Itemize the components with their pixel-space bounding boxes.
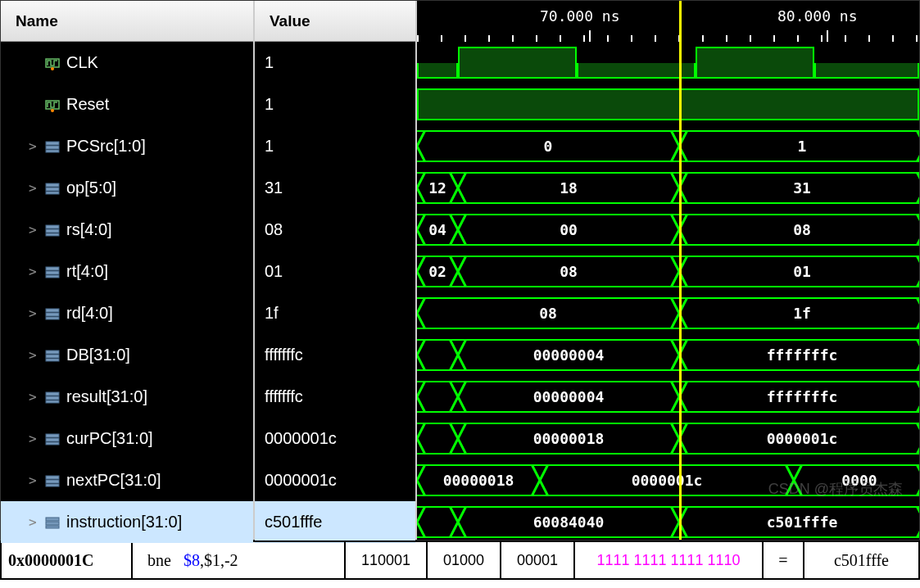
expand-icon[interactable]: > — [29, 305, 39, 321]
svg-rect-27 — [46, 442, 59, 445]
svg-rect-30 — [46, 484, 59, 486]
expand-icon[interactable]: > — [29, 264, 39, 279]
bus-segment: fffffffc — [679, 381, 919, 413]
signal-value-row[interactable]: 1f — [255, 292, 415, 334]
svg-rect-5 — [46, 146, 59, 149]
waveform-row[interactable]: 0 1 — [417, 125, 919, 167]
waveform-row[interactable]: 60084040 c501fffe — [417, 501, 919, 540]
expand-icon[interactable]: > — [29, 347, 39, 363]
value-header[interactable]: Value — [255, 1, 415, 42]
signal-value-row[interactable]: 31 — [255, 167, 415, 209]
signal-value-row[interactable]: 0000001c — [255, 418, 415, 459]
waveform-row[interactable]: 00000004 fffffffc — [417, 376, 919, 418]
time-marker-1: 70.000 ns — [540, 7, 620, 25]
svg-rect-9 — [46, 192, 59, 194]
name-header[interactable]: Name — [1, 1, 253, 42]
signal-name-row[interactable]: >PCSrc[1:0] — [1, 125, 253, 167]
bus-segment — [417, 339, 458, 371]
bus-segment: 0 — [417, 130, 679, 162]
bus-value: fffffffc — [767, 388, 838, 405]
instr-assembly: bne $8,$1,-2 — [133, 542, 346, 578]
expand-icon[interactable]: > — [29, 431, 39, 446]
bus-icon — [45, 473, 60, 488]
waveform-row[interactable]: 12 18 31 — [417, 167, 919, 209]
timescale-ruler[interactable]: 70.000 ns 80.000 ns — [417, 1, 919, 42]
bus-segment: 00 — [458, 214, 679, 246]
svg-rect-23 — [46, 396, 59, 400]
expand-icon[interactable]: > — [29, 180, 39, 196]
signal-name-row[interactable]: CLK — [1, 42, 253, 84]
svg-rect-8 — [46, 188, 59, 191]
bus-segment: 18 — [458, 172, 679, 204]
bus-value: 00000018 — [443, 472, 514, 489]
signal-name-row[interactable]: >nextPC[31:0] — [1, 459, 253, 501]
waveform-panel[interactable]: 70.000 ns 80.000 ns 0 1 — [417, 1, 919, 540]
signal-name-row[interactable]: >DB[31:0] — [1, 334, 253, 376]
signal-value-row[interactable]: fffffffc — [255, 376, 415, 418]
signal-name-row[interactable]: >curPC[31:0] — [1, 418, 253, 459]
svg-rect-32 — [46, 522, 59, 525]
bus-value: 08 — [793, 221, 811, 238]
signal-value-label: 1f — [265, 304, 279, 323]
bus-value: 60084040 — [533, 513, 605, 531]
bus-icon — [45, 181, 60, 196]
bus-icon — [45, 515, 60, 530]
signal-name-row[interactable]: >instruction[31:0] — [1, 501, 253, 543]
signal-value-row[interactable]: 01 — [255, 251, 415, 292]
bus-segment: 1 — [679, 130, 919, 162]
signal-value-row[interactable]: fffffffc — [255, 334, 415, 376]
expand-icon[interactable]: > — [29, 138, 39, 154]
expand-icon[interactable]: > — [29, 514, 39, 530]
bus-segment: 08 — [679, 214, 919, 246]
field-immediate: 1111 1111 1111 1110 — [575, 542, 764, 578]
bus-icon — [45, 139, 60, 154]
bus-value: 02 — [428, 263, 446, 280]
signal-name-row[interactable]: Reset — [1, 84, 253, 125]
signal-value-label: c501fffe — [265, 513, 322, 531]
waveform-row[interactable] — [417, 42, 919, 84]
signal-value-row[interactable]: 1 — [255, 42, 415, 84]
signal-name-row[interactable]: >rd[4:0] — [1, 292, 253, 334]
waveform-row[interactable] — [417, 84, 919, 125]
bus-value: 18 — [560, 179, 578, 197]
signal-value-row[interactable]: 1 — [255, 125, 415, 167]
waveform-row[interactable]: 04 00 08 — [417, 209, 919, 251]
expand-icon[interactable]: > — [29, 389, 39, 405]
signal-value-row[interactable]: 0000001c — [255, 459, 415, 501]
signal-value-row[interactable]: 1 — [255, 84, 415, 125]
signal-value-label: 0000001c — [265, 429, 337, 448]
expand-icon[interactable]: > — [29, 473, 39, 488]
waveform-row[interactable]: 00000018 0000001c — [417, 418, 919, 459]
signal-value-label: 0000001c — [265, 471, 337, 490]
svg-rect-20 — [46, 355, 59, 358]
bus-value: 08 — [560, 263, 578, 280]
svg-point-1 — [51, 67, 54, 70]
signal-name-label: curPC[31:0] — [66, 429, 153, 448]
svg-rect-10 — [46, 225, 59, 228]
signal-name-label: rd[4:0] — [66, 304, 113, 323]
time-cursor[interactable] — [679, 1, 682, 540]
waveform-row[interactable]: 08 1f — [417, 292, 919, 334]
bus-segment: 1f — [679, 297, 919, 329]
signal-name-label: PCSrc[1:0] — [66, 137, 146, 156]
signal-name-row[interactable]: >rs[4:0] — [1, 209, 253, 251]
bus-value: fffffffc — [767, 346, 838, 364]
bus-segment: 04 — [417, 214, 458, 246]
signal-value-row[interactable]: 08 — [255, 209, 415, 251]
signal-name-row[interactable]: >rt[4:0] — [1, 251, 253, 292]
bus-icon — [45, 348, 60, 363]
signal-value-row[interactable]: c501fffe — [255, 501, 415, 543]
waveform-row[interactable]: 00000004 fffffffc — [417, 334, 919, 376]
waveform-row[interactable]: 02 08 01 — [417, 251, 919, 292]
bus-icon — [45, 223, 60, 237]
bus-segment — [417, 423, 458, 455]
name-panel: Name CLKReset>PCSrc[1:0]>op[5:0]>rs[4:0]… — [1, 1, 253, 540]
signal-name-row[interactable]: >result[31:0] — [1, 376, 253, 418]
bus-segment — [417, 506, 458, 538]
signal-value-label: 1 — [265, 95, 274, 114]
bus-value: 00000018 — [533, 430, 605, 447]
expand-icon[interactable]: > — [29, 222, 39, 237]
svg-rect-13 — [46, 267, 59, 270]
svg-rect-21 — [46, 359, 59, 361]
signal-name-row[interactable]: >op[5:0] — [1, 167, 253, 209]
